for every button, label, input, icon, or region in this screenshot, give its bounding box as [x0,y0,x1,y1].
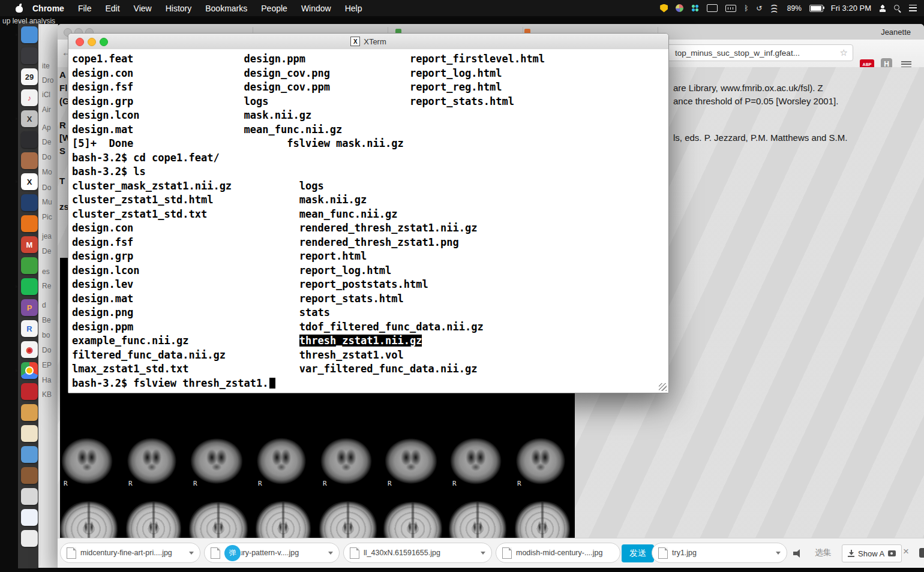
menu-item[interactable]: History [166,4,192,13]
dock-icon-gray-app[interactable] [21,488,38,505]
brain-image [516,438,566,484]
menu-item[interactable]: Bookmarks [205,4,247,13]
orientation-label: R [388,480,392,487]
menu-item[interactable]: Chrome [32,4,64,13]
send-button[interactable]: 发送 [622,544,654,562]
dock-icon-calendar[interactable]: 29 [21,68,38,85]
dock-icon-folder-blue[interactable] [21,446,38,463]
fullscreen-icon[interactable] [919,548,924,558]
dock-icon-red-game[interactable] [21,383,38,400]
brain-slice-row-1: R R R R R R [60,438,575,484]
dock-icon-brown-app[interactable] [21,467,38,484]
menu-items: ChromeFileEditViewHistoryBookmarksPeople… [32,4,362,13]
dock-icon-smiley-app[interactable] [21,425,38,442]
episodes-button[interactable]: 选集 [815,547,832,558]
close-downloads-bar-button[interactable]: × [903,546,909,558]
apple-menu-icon[interactable] [16,4,23,13]
dock-icon-x11[interactable]: X [21,173,38,190]
orientation-label: R [323,480,327,487]
menu-clock[interactable]: Fri 3:20 PM [831,4,871,13]
menu-item[interactable]: Window [301,4,331,13]
show-all-label: Show A [858,549,884,558]
download-filename: try1.jpg [672,549,697,557]
xterm-close-button[interactable] [76,38,84,46]
menu-item[interactable]: File [78,4,92,13]
wifi-icon[interactable]: ((( [772,4,778,13]
display-mirroring-icon[interactable] [707,4,718,12]
menu-item[interactable]: Edit [105,4,119,13]
download-item[interactable]: try1.jpg [652,543,787,563]
brain-slice: R [191,438,242,484]
download-menu-caret[interactable] [328,552,333,555]
player-settings-icon[interactable] [888,550,896,556]
terminal[interactable]: cope1.feat design.ppm report_firstlevel.… [68,49,668,393]
user-menu-icon[interactable] [879,5,886,12]
xterm-zoom-button[interactable] [100,38,108,46]
download-item[interactable]: modish-mid-century-....jpg [496,543,620,563]
orientation-label: R [128,480,133,487]
app-grid-icon[interactable] [691,4,699,12]
menu-item[interactable]: View [134,4,152,13]
battery-icon[interactable] [809,5,823,12]
xterm-title: XTerm [364,37,386,46]
x11-icon: X [350,37,360,46]
download-filename: modish-mid-century-....jpg [516,549,603,557]
dock-icon-spotify[interactable] [21,278,38,295]
notification-center-icon[interactable] [909,5,917,11]
brain-image [127,438,177,484]
dock-icon-p-app[interactable]: P [21,299,38,316]
download-filename: midcentury-fine-art-pri....jpg [80,549,172,557]
orientation-label: R [193,480,197,487]
volume-icon[interactable] [793,549,803,558]
dock-icon-music-player[interactable]: ♪ [21,89,38,106]
terminal-cursor [269,378,275,389]
desktop: ChromeFileEditViewHistoryBookmarksPeople… [0,0,924,572]
dock-icon-chrome-browser[interactable] [21,362,38,379]
bookmark-star-icon[interactable]: ☆ [840,47,848,58]
time-machine-icon[interactable]: ↺ [756,5,762,12]
dock-icon-m-app[interactable]: M [21,236,38,253]
battery-percent: 89% [787,4,802,13]
bluetooth-icon[interactable]: ᛒ [744,5,748,12]
brain-slice: R [515,438,566,484]
menu-item[interactable]: People [261,4,287,13]
dock-icon-photos-dark[interactable] [21,47,38,64]
dock-icon-green-game[interactable] [21,257,38,274]
dock-icon-r-app[interactable]: R [21,320,38,337]
orientation-label: R [517,480,521,487]
download-item[interactable]: midcentury-fine-art-pri....jpg [60,543,200,563]
download-menu-caret[interactable] [776,552,781,555]
keyboard-icon[interactable] [725,5,736,12]
download-menu-caret[interactable] [189,552,194,555]
dock-icon-globe-app[interactable] [21,194,38,211]
dock-icon-photo-app[interactable] [21,152,38,169]
dock-icon-flame-app[interactable] [21,215,38,232]
danmaku-toggle[interactable]: 弹 [224,545,241,561]
file-icon [658,547,668,559]
menu-item[interactable]: Help [345,4,362,13]
dock-icon-audio-tool[interactable] [21,131,38,148]
download-menu-caret[interactable] [481,552,485,555]
dock-icon-finder[interactable] [21,26,38,43]
antivirus-shield-icon[interactable] [660,4,668,13]
orientation-label: R [64,480,68,487]
dock-icon-docs-app[interactable] [21,509,38,526]
background-finder-window [38,24,58,568]
show-all-downloads-button[interactable]: Show A [842,544,902,562]
dock-icon-trash[interactable] [21,530,38,547]
photos-menu-icon[interactable] [676,4,683,12]
brain-slice: R [61,438,113,484]
xterm-titlebar[interactable]: X XTerm [68,34,668,50]
xterm-window: X XTerm cope1.feat design.ppm report_fir… [68,33,669,393]
resize-handle[interactable] [659,383,667,391]
dock-icon-tan-game[interactable] [21,404,38,421]
spotlight-search-icon[interactable] [894,5,901,12]
download-item[interactable]: ll_430xN.61591655.jpg [343,543,492,563]
brain-image [61,438,113,484]
dock-icon-tex-editor[interactable]: X [21,110,38,127]
xterm-minimize-button[interactable] [88,38,96,46]
brain-slice: R [256,438,307,484]
dock-icon-power-app[interactable]: ◉ [21,341,38,358]
orientation-label: R [258,480,262,487]
profile-name[interactable]: Jeanette [881,28,911,37]
